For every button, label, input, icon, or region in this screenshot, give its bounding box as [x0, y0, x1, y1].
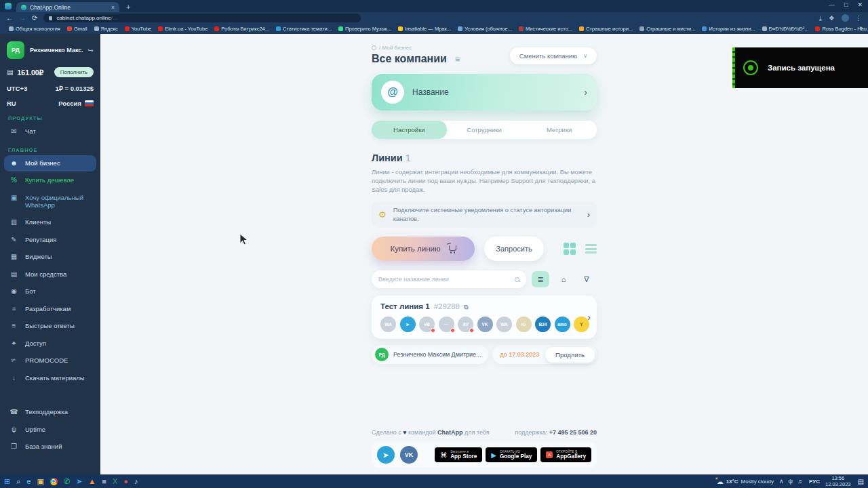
- browser-tab[interactable]: ChatApp.Online ×: [16, 2, 119, 12]
- back-button[interactable]: ←: [6, 14, 13, 22]
- weather-widget[interactable]: ☁☀ 13°C Mostly cloudy: [717, 478, 774, 485]
- vk-icon[interactable]: VK: [400, 446, 418, 464]
- sidebar-item-my-business[interactable]: ☻ Мой бизнес: [4, 155, 96, 172]
- search-input[interactable]: [378, 276, 515, 283]
- bookmark-item[interactable]: Elmir.ua - YouTube: [155, 26, 211, 32]
- request-button[interactable]: Запросить: [484, 237, 544, 261]
- chevron-right-icon[interactable]: ›: [587, 312, 591, 323]
- sidebar-item-promocode[interactable]: ✃ PROMOCODE: [4, 352, 96, 369]
- clock[interactable]: 13:56 12.03.2023: [825, 475, 851, 487]
- taskbar-app-icon[interactable]: ●: [123, 478, 128, 485]
- bookmark-item[interactable]: Đ¤Đ¾Đ½Đ¾Đ²...: [759, 26, 812, 32]
- refresh-button[interactable]: ⟳: [32, 14, 37, 22]
- tab-metrics[interactable]: Метрики: [521, 121, 597, 139]
- list-view-icon[interactable]: [585, 243, 597, 256]
- language-indicator[interactable]: РУС: [809, 479, 820, 485]
- bookmark-item[interactable]: Страшные и мисти...: [636, 26, 698, 32]
- hamburger-icon[interactable]: ≡: [455, 54, 460, 64]
- forward-button[interactable]: →: [19, 14, 26, 22]
- bookmark-item[interactable]: Проверить Музык...: [335, 26, 395, 32]
- channel-icon[interactable]: WA: [380, 317, 396, 332]
- channel-icon[interactable]: amo: [555, 317, 570, 332]
- sidebar-item-support[interactable]: ☎ Техподдержка: [4, 404, 96, 421]
- bookmark-item[interactable]: Страшные истори...: [576, 26, 636, 32]
- google-play-badge[interactable]: ▶ СКАЧАТЬ ИЗGoogle Play: [486, 447, 537, 462]
- user-avatar[interactable]: РД: [7, 41, 24, 59]
- new-tab-button[interactable]: +: [126, 3, 130, 11]
- sidebar-item-uptime[interactable]: ψ Uptime: [4, 422, 96, 439]
- channel-icon[interactable]: B24: [535, 317, 551, 332]
- taskbar-app-icon[interactable]: ■: [102, 478, 106, 485]
- taskbar-app-icon[interactable]: ✆: [64, 478, 70, 485]
- app-store-badge[interactable]: ⌘ Загрузите вApp Store: [435, 447, 482, 462]
- bookmark-item[interactable]: Общая психология: [5, 26, 64, 32]
- browser-menu-icon[interactable]: ⋮: [856, 14, 863, 22]
- sidebar-item-materials[interactable]: ↓ Скачать материалы: [4, 370, 96, 387]
- speaker-icon[interactable]: ♬: [797, 478, 804, 485]
- chevron-right-icon[interactable]: ›: [587, 209, 590, 220]
- notifications-banner[interactable]: ⚙ Подключите системные уведомления о ста…: [372, 201, 597, 228]
- window-minimize-button[interactable]: —: [829, 1, 835, 8]
- taskbar-app-icon[interactable]: ⊞: [4, 478, 10, 485]
- sidebar-item-developers[interactable]: ⌗ Разработчикам: [4, 301, 96, 318]
- switch-company-button[interactable]: Сменить компанию ∨: [510, 47, 597, 64]
- appgallery-badge[interactable]: A ОТКРОЙТЕ ВAppGallery: [540, 447, 591, 462]
- channel-icon[interactable]: WA: [496, 317, 512, 332]
- bookmark-item[interactable]: Gmail: [64, 26, 91, 32]
- line-card[interactable]: Тест линия 1 #29288 ⧉ WA ➤: [372, 296, 597, 339]
- filter-by-owner-button[interactable]: ≣: [532, 271, 549, 287]
- profile-avatar[interactable]: [842, 14, 849, 22]
- sidebar-item-clients[interactable]: ▥ Клиенты: [4, 214, 96, 231]
- taskbar-app-icon[interactable]: e: [26, 478, 31, 485]
- sidebar-item-access[interactable]: ✦ Доступ: [4, 336, 96, 352]
- filter-by-company-button[interactable]: ⌂: [555, 271, 572, 287]
- sidebar-item-bot[interactable]: ◉ Бот: [4, 283, 96, 300]
- funnel-filter-button[interactable]: ∇: [578, 271, 595, 287]
- bookmark-item[interactable]: Мистические исто...: [515, 26, 576, 32]
- sidebar-item-chat[interactable]: ✉ Чат: [4, 123, 96, 140]
- microphone-icon[interactable]: ψ: [789, 478, 793, 485]
- taskbar-app-icon[interactable]: ➤: [76, 478, 82, 485]
- taskbar-app-icon[interactable]: X: [113, 478, 117, 485]
- buy-line-button[interactable]: Купить линию: [372, 237, 475, 261]
- owner-pill[interactable]: РД Резниченко Максим Дмитрие...: [372, 345, 488, 364]
- bookmarks-overflow-icon[interactable]: »: [859, 24, 863, 31]
- bookmark-item[interactable]: YouTube: [121, 26, 155, 32]
- topup-button[interactable]: Пополнить: [54, 67, 94, 77]
- bookmark-item[interactable]: Яндекс: [91, 26, 121, 32]
- channel-icon[interactable]: VK: [477, 317, 493, 332]
- sidebar-item-reputation[interactable]: ✎ Репутация: [4, 232, 96, 249]
- sidebar-item-widgets[interactable]: ▦ Виджеты: [4, 249, 96, 266]
- taskbar-app-icon[interactable]: ▣: [37, 478, 44, 485]
- taskbar-app-icon[interactable]: ♪: [134, 478, 138, 485]
- window-maximize-button[interactable]: □: [844, 1, 848, 8]
- bookmark-item[interactable]: Роботы Битрикс24...: [211, 26, 273, 32]
- tab-close-icon[interactable]: ×: [111, 4, 115, 11]
- sidebar-item-official-whatsapp[interactable]: ▣ Хочу официальный WhatsApp: [4, 190, 96, 214]
- channel-icon[interactable]: IG: [516, 317, 532, 332]
- sidebar-item-buy-cheaper[interactable]: % Купить дешевле: [4, 172, 96, 189]
- channel-icon[interactable]: AV: [458, 317, 473, 332]
- tab-employees[interactable]: Сотрудники: [447, 121, 522, 139]
- sidebar-item-funds[interactable]: ▤ Мои средства: [4, 266, 96, 283]
- sidebar-item-quick-replies[interactable]: ≡ Быстрые ответы: [4, 318, 96, 335]
- channel-icon[interactable]: ···: [439, 317, 454, 332]
- bookmark-item[interactable]: Insatiable — Мрак...: [395, 26, 454, 32]
- download-icon[interactable]: ⤓: [819, 14, 822, 22]
- taskbar-app-icon[interactable]: [50, 478, 58, 485]
- bookmark-item[interactable]: Условия (обычное...: [454, 26, 515, 32]
- taskbar-app-icon[interactable]: ▲: [88, 478, 96, 485]
- channel-icon[interactable]: ➤: [400, 317, 416, 332]
- company-card[interactable]: @ Название ›: [372, 74, 597, 110]
- tab-settings[interactable]: Настройки: [372, 121, 447, 139]
- extensions-icon[interactable]: ❖: [829, 14, 835, 22]
- bookmark-item[interactable]: Статистика темати...: [273, 26, 335, 32]
- chevron-right-icon[interactable]: ›: [584, 87, 587, 98]
- lang-value[interactable]: RU: [7, 100, 16, 107]
- bookmark-item[interactable]: Истории из жизни...: [698, 26, 758, 32]
- sidebar-item-knowledge-base[interactable]: ❐ База знаний: [4, 439, 96, 455]
- notification-center-icon[interactable]: ▤: [858, 478, 864, 485]
- tray-chevron-icon[interactable]: ∧: [779, 478, 784, 485]
- copy-icon[interactable]: ⧉: [464, 304, 468, 311]
- window-close-button[interactable]: ✕: [857, 1, 863, 8]
